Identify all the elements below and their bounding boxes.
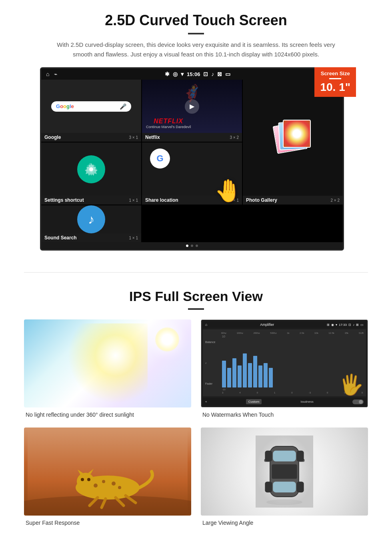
touch-hand-icon: 🖐 bbox=[339, 373, 364, 396]
google-logo: Google bbox=[56, 103, 74, 109]
feature-car: Large Viewing Angle bbox=[201, 428, 368, 526]
svg-rect-25 bbox=[297, 451, 304, 462]
svg-point-9 bbox=[81, 478, 84, 481]
sound-label-row: Sound Search 1 × 1 bbox=[41, 233, 141, 242]
location-icon: ◎ bbox=[173, 71, 178, 77]
svg-point-7 bbox=[118, 486, 121, 489]
gallery-thumbnail bbox=[243, 80, 343, 196]
google-app-size: 3 × 1 bbox=[129, 135, 138, 140]
dot-3[interactable] bbox=[196, 245, 198, 247]
amp-home-icon: ⌂ bbox=[205, 323, 207, 327]
volume-icon: ♪ bbox=[211, 71, 214, 77]
amp-speaker-icon: ♪ bbox=[205, 361, 220, 364]
section1-description: With 2.5D curved-display screen, this de… bbox=[56, 40, 336, 59]
netflix-label-row: Netflix 3 × 2 bbox=[142, 133, 242, 142]
music-note-icon: ♪ bbox=[88, 212, 94, 227]
car-top-svg bbox=[252, 436, 316, 508]
time-display: 15:06 bbox=[187, 71, 200, 77]
amplifier-caption: No Watermarks When Touch bbox=[201, 411, 368, 418]
cheetah-caption: Super Fast Response bbox=[24, 520, 191, 526]
feature-sunlight: No light reflecting under 360° direct su… bbox=[24, 319, 191, 418]
dot-2[interactable] bbox=[191, 245, 193, 247]
gallery-app-size: 2 × 2 bbox=[330, 198, 340, 203]
car-caption: Large Viewing Angle bbox=[201, 520, 368, 526]
google-search-bar[interactable]: Google 🎤 bbox=[51, 101, 131, 112]
eq-bar-2 bbox=[232, 358, 236, 387]
section2-title: IPS Full Screen View bbox=[24, 289, 368, 304]
app-cell-google[interactable]: Google 🎤 Google 3 × 1 bbox=[41, 80, 141, 142]
status-bar-center: ✱ ◎ ▾ 15:06 ⊡ ♪ ⊠ ▭ bbox=[57, 71, 338, 77]
pagination-dots bbox=[41, 242, 343, 249]
share-app-name: Share location bbox=[145, 197, 178, 203]
app-cell-share[interactable]: G 🤚 Share location 1 × 1 bbox=[142, 143, 242, 205]
section-ips-screen: IPS Full Screen View No light reflecting… bbox=[0, 285, 392, 538]
svg-rect-27 bbox=[297, 482, 304, 492]
netflix-app-size: 3 × 2 bbox=[230, 135, 239, 140]
title-underline-1 bbox=[188, 33, 204, 34]
sunlight-image bbox=[24, 319, 191, 407]
eq-labels: 60hz100hz200hz500hz1k2.5k10k12.5k15kSUB bbox=[221, 332, 364, 334]
amp-back-icon: « bbox=[205, 400, 207, 403]
app-cell-sound[interactable]: ♪ Sound Search 1 × 1 bbox=[41, 205, 141, 242]
app-cell-gallery[interactable]: Photo Gallery 2 × 2 bbox=[243, 80, 343, 205]
svg-point-10 bbox=[87, 478, 90, 481]
amp-icons: ⊞◉▾17:33⊡♪⊠▭ bbox=[327, 323, 364, 327]
eq-bar-3 bbox=[238, 365, 242, 387]
badge-size: 10. 1" bbox=[320, 81, 350, 94]
daredevil-bg: 🦸 bbox=[182, 84, 202, 102]
svg-point-5 bbox=[102, 480, 105, 483]
google-thumbnail: Google 🎤 bbox=[41, 80, 141, 133]
app-grid: Google 🎤 Google 3 × 1 bbox=[41, 80, 343, 242]
camera-icon: ⊡ bbox=[203, 71, 208, 77]
netflix-overlay: NETFLIX Continue Marvel's Daredevil bbox=[146, 118, 191, 129]
feature-amplifier: ⌂ Amplifier ⊞◉▾17:33⊡♪⊠▭ Balance ♪ Fader bbox=[201, 319, 368, 418]
amp-labels: Balance ♪ Fader bbox=[205, 332, 220, 394]
screen-size-badge: Screen Size 10. 1" bbox=[314, 67, 356, 97]
title-underline-2 bbox=[188, 308, 204, 310]
loudness-toggle[interactable] bbox=[352, 399, 364, 404]
eq-scale: 10 bbox=[221, 335, 364, 338]
gallery-label-row: Photo Gallery 2 × 2 bbox=[243, 196, 343, 205]
gallery-stack bbox=[275, 120, 311, 156]
sound-app-name: Sound Search bbox=[44, 235, 77, 241]
eq-bar-4 bbox=[243, 353, 247, 387]
device-screen: ⌂ ⌁ ✱ ◎ ▾ 15:06 ⊡ ♪ ⊠ ▭ bbox=[40, 67, 344, 251]
badge-line bbox=[329, 78, 341, 79]
sun-glow bbox=[155, 327, 179, 351]
flower-img bbox=[284, 120, 310, 147]
window-icon: ▭ bbox=[225, 71, 230, 77]
status-bar: ⌂ ⌁ ✱ ◎ ▾ 15:06 ⊡ ♪ ⊠ ▭ bbox=[41, 68, 343, 80]
netflix-app-name: Netflix bbox=[145, 134, 160, 140]
eq-bar-7 bbox=[258, 365, 262, 387]
netflix-thumbnail: ▶ NETFLIX Continue Marvel's Daredevil 🦸 bbox=[142, 80, 242, 133]
app-cell-netflix[interactable]: ▶ NETFLIX Continue Marvel's Daredevil 🦸 … bbox=[142, 80, 242, 142]
dot-1[interactable] bbox=[186, 245, 188, 247]
toggle-knob bbox=[359, 400, 363, 404]
google-app-name: Google bbox=[44, 134, 61, 140]
amp-footer: « Custom loudness bbox=[203, 398, 366, 405]
settings-thumbnail bbox=[41, 143, 141, 196]
gallery-img-3 bbox=[283, 120, 311, 148]
home-icon[interactable]: ⌂ bbox=[46, 71, 49, 77]
svg-point-6 bbox=[112, 482, 116, 486]
section1-title: 2.5D Curved Touch Screen bbox=[24, 12, 368, 29]
section-divider bbox=[24, 272, 368, 273]
custom-btn[interactable]: Custom bbox=[246, 399, 262, 404]
settings-app-size: 1 × 1 bbox=[129, 198, 138, 203]
amp-body: Balance ♪ Fader 60hz100hz200hz500hz1k2.5… bbox=[203, 329, 366, 396]
wifi-icon: ▾ bbox=[181, 71, 184, 77]
netflix-subtitle: Continue Marvel's Daredevil bbox=[146, 125, 191, 129]
svg-rect-20 bbox=[273, 482, 296, 492]
section-curved-screen: 2.5D Curved Touch Screen With 2.5D curve… bbox=[0, 0, 392, 260]
eq-bar-0 bbox=[222, 361, 226, 387]
svg-rect-26 bbox=[265, 482, 272, 492]
svg-rect-24 bbox=[265, 451, 272, 462]
gallery-app-name: Photo Gallery bbox=[246, 197, 277, 203]
settings-icon bbox=[77, 155, 105, 183]
app-cell-settings[interactable]: Settings shortcut 1 × 1 bbox=[41, 143, 141, 205]
amp-label-2: Fader bbox=[205, 382, 220, 385]
mic-icon[interactable]: 🎤 bbox=[120, 103, 126, 110]
gear-icon bbox=[84, 162, 98, 177]
screen-mockup: Screen Size 10. 1" ⌂ ⌁ ✱ ◎ ▾ 15:06 ⊡ ♪ ⊠ bbox=[40, 67, 352, 251]
usb-icon: ⌁ bbox=[54, 71, 57, 77]
